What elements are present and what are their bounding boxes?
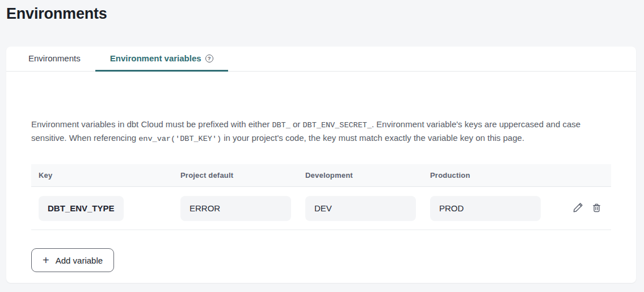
help-icon[interactable]: ? bbox=[205, 55, 213, 62]
production-value: PROD bbox=[430, 196, 541, 221]
tab-bar: Environments Environment variables ? bbox=[6, 47, 636, 72]
tab-environment-variables[interactable]: Environment variables ? bbox=[95, 47, 228, 72]
code-dbt-env-secret-prefix: DBT_ENV_SECRET_ bbox=[302, 121, 372, 130]
column-header-production: Production bbox=[423, 171, 548, 180]
delete-variable-button[interactable] bbox=[591, 202, 602, 215]
column-header-development: Development bbox=[298, 171, 423, 180]
page-title: Environments bbox=[0, 0, 644, 23]
cell-production: PROD bbox=[423, 196, 548, 221]
pencil-icon bbox=[573, 202, 584, 215]
table-header-row: Key Project default Development Producti… bbox=[31, 164, 611, 187]
cell-actions bbox=[548, 202, 611, 215]
code-dbt-prefix: DBT_ bbox=[272, 121, 290, 130]
trash-icon bbox=[591, 202, 602, 215]
code-env-var-example: env_var('DBT_KEY') bbox=[138, 135, 221, 143]
add-variable-button[interactable]: + Add variable bbox=[31, 248, 114, 272]
env-vars-description: Environment variables in dbt Cloud must … bbox=[31, 118, 611, 145]
env-variables-table: Key Project default Development Producti… bbox=[31, 164, 611, 230]
plus-icon: + bbox=[43, 255, 49, 266]
project-default-value: ERROR bbox=[180, 196, 291, 221]
table-row: DBT_ENV_TYPE ERROR DEV PROD bbox=[31, 187, 611, 230]
cell-project-default: ERROR bbox=[173, 196, 298, 221]
environments-card: Environments Environment variables ? Env… bbox=[6, 47, 636, 283]
tab-content: Environment variables in dbt Cloud must … bbox=[6, 118, 636, 272]
description-text: in your project's code, the key must mat… bbox=[221, 133, 524, 143]
cell-development: DEV bbox=[298, 196, 423, 221]
tab-environments[interactable]: Environments bbox=[14, 47, 95, 72]
add-variable-label: Add variable bbox=[56, 256, 103, 265]
column-header-key: Key bbox=[31, 171, 173, 180]
description-text: Environment variables in dbt Cloud must … bbox=[31, 119, 272, 129]
edit-variable-button[interactable] bbox=[573, 202, 584, 215]
cell-key: DBT_ENV_TYPE bbox=[31, 196, 173, 221]
variable-key-pill: DBT_ENV_TYPE bbox=[39, 196, 124, 221]
development-value: DEV bbox=[305, 196, 416, 221]
description-text: or bbox=[291, 119, 303, 129]
column-header-project-default: Project default bbox=[173, 171, 298, 180]
tab-environments-label: Environments bbox=[28, 53, 81, 63]
tab-environment-variables-label: Environment variables bbox=[110, 53, 201, 63]
